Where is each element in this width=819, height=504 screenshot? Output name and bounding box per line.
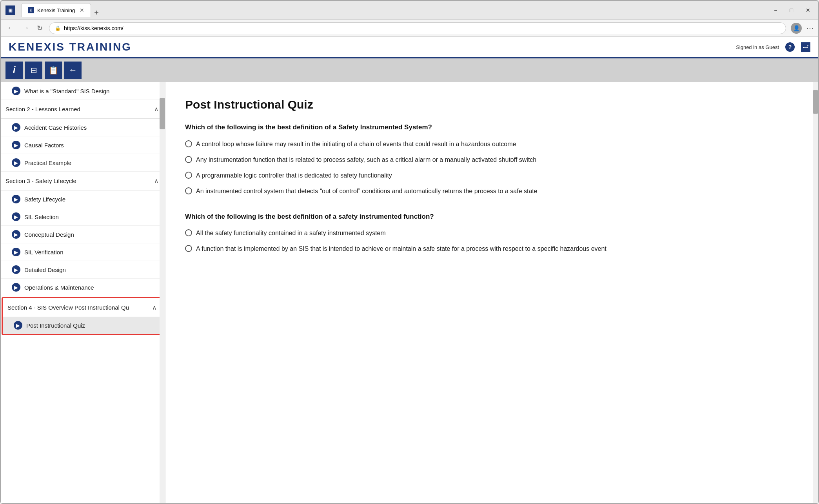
tab-favicon: K [28, 7, 34, 13]
section2-title: Section 2 - Lessons Learned [5, 106, 80, 112]
sidebar-item-causal[interactable]: ▶ Causal Factors [1, 136, 165, 154]
exit-icon[interactable]: ⮐ [801, 42, 810, 52]
browser-window: ▣ K Kenexis Training ✕ + − □ ✕ ← → ↻ 🔒 👤… [0, 0, 819, 504]
item-icon-causal: ▶ [12, 141, 20, 149]
sidebar-item-sil-verification[interactable]: ▶ SIL Verification [1, 243, 165, 261]
app-header: Kenexis Training Signed in as Guest ? ⮐ [1, 37, 818, 58]
answer-option-2-1[interactable]: All the safety functionality contained i… [185, 228, 793, 238]
answer-label-1-1: A control loop whose failure may result … [196, 140, 516, 149]
back-nav-button[interactable]: ← [5, 23, 16, 33]
question-1: Which of the following is the best defin… [185, 122, 793, 196]
answer-label-2-2: A function that is implemented by an SIS… [196, 244, 607, 254]
profile-icon[interactable]: 👤 [791, 23, 802, 34]
minimize-button[interactable]: − [771, 5, 780, 15]
radio-2-2[interactable] [185, 245, 192, 252]
title-bar-controls: − □ ✕ [771, 5, 814, 15]
sidebar: ▶ What is a "Standard" SIS Design Sectio… [1, 82, 165, 503]
help-icon[interactable]: ? [785, 42, 795, 52]
restore-button[interactable]: □ [787, 5, 796, 15]
address-bar: ← → ↻ 🔒 👤 ⋯ [1, 20, 818, 37]
tab-area: K Kenexis Training ✕ + [21, 3, 99, 17]
sidebar-scrollbar-thumb [160, 98, 165, 129]
question-2-text: Which of the following is the best defin… [185, 212, 793, 222]
lock-icon: 🔒 [55, 25, 61, 31]
item-icon-conceptual: ▶ [12, 230, 20, 239]
item-icon-detailed: ▶ [12, 265, 20, 274]
sidebar-item-safety-lifecycle[interactable]: ▶ Safety Lifecycle [1, 190, 165, 208]
radio-1-3[interactable] [185, 172, 192, 179]
sidebar-item-conceptual[interactable]: ▶ Conceptual Design [1, 226, 165, 243]
list-icon: ⊟ [31, 65, 37, 75]
address-input[interactable] [64, 25, 780, 31]
address-bar-input-wrapper[interactable]: 🔒 [49, 22, 786, 34]
item-icon-accident: ▶ [12, 123, 20, 132]
question-1-text: Which of the following is the best defin… [185, 122, 793, 132]
title-bar: ▣ K Kenexis Training ✕ + − □ ✕ [1, 1, 818, 20]
toolbar: i ⊟ 📋 ← [1, 58, 818, 82]
title-bar-left: ▣ K Kenexis Training ✕ + [5, 3, 99, 17]
radio-1-2[interactable] [185, 156, 192, 163]
signed-in-label: Signed in as Guest [736, 44, 779, 50]
item-label-sil: SIL Selection [24, 214, 59, 220]
item-label-ops: Operations & Maintenance [24, 284, 94, 291]
main-area: ▶ What is a "Standard" SIS Design Sectio… [1, 82, 818, 503]
forward-nav-button[interactable]: → [20, 23, 31, 33]
sidebar-item-standard-sis[interactable]: ▶ What is a "Standard" SIS Design [1, 82, 165, 100]
answer-label-1-3: A programmable logic controller that is … [196, 171, 392, 180]
info-icon: i [13, 65, 16, 76]
section3-title: Section 3 - Safety Lifecycle [5, 178, 76, 184]
content-scrollbar-thumb [813, 90, 818, 114]
tab-title: Kenexis Training [37, 7, 75, 13]
content-area: Post Instructional Quiz Which of the fol… [165, 82, 813, 503]
item-label-causal: Causal Factors [24, 142, 64, 149]
answer-label-1-2: Any instrumentation function that is rel… [196, 155, 536, 165]
section4-header[interactable]: Section 4 - SIS Overview Post Instructio… [3, 298, 163, 317]
item-label-practical: Practical Example [24, 160, 71, 166]
radio-2-1[interactable] [185, 229, 192, 236]
header-right: Signed in as Guest ? ⮐ [736, 42, 810, 52]
sidebar-item-practical[interactable]: ▶ Practical Example [1, 154, 165, 172]
new-tab-button[interactable]: + [94, 8, 99, 17]
sidebar-item-accident[interactable]: ▶ Accident Case Histories [1, 119, 165, 136]
sidebar-item-post-quiz[interactable]: ▶ Post Instructional Quiz [3, 317, 163, 334]
clipboard-button[interactable]: 📋 [45, 62, 62, 79]
question-separator [185, 202, 793, 212]
sidebar-item-detailed[interactable]: ▶ Detailed Design [1, 261, 165, 279]
app-logo: Kenexis Training [9, 41, 132, 53]
section3-header[interactable]: Section 3 - Safety Lifecycle ∧ [1, 172, 165, 190]
answer-option-2-2[interactable]: A function that is implemented by an SIS… [185, 244, 793, 254]
browser-tab[interactable]: K Kenexis Training ✕ [21, 3, 91, 17]
item-label-silv: SIL Verification [24, 249, 64, 256]
content-scrollbar[interactable] [813, 82, 818, 503]
sidebar-item-operations[interactable]: ▶ Operations & Maintenance [1, 279, 165, 296]
back-button[interactable]: ← [64, 62, 82, 79]
answer-label-2-1: All the safety functionality contained i… [196, 228, 386, 238]
item-icon-sil: ▶ [12, 212, 20, 221]
tab-close-button[interactable]: ✕ [80, 7, 84, 13]
more-options-button[interactable]: ⋯ [806, 24, 814, 33]
section4-chevron: ∧ [152, 304, 157, 311]
answer-option-1-3[interactable]: A programmable logic controller that is … [185, 171, 793, 180]
item-icon-practical: ▶ [12, 158, 20, 167]
item-label-sl: Safety Lifecycle [24, 196, 65, 203]
answer-option-1-2[interactable]: Any instrumentation function that is rel… [185, 155, 793, 165]
section2-header[interactable]: Section 2 - Lessons Learned ∧ [1, 100, 165, 119]
answer-label-1-4: An instrumented control system that dete… [196, 187, 538, 196]
answer-option-1-1[interactable]: A control loop whose failure may result … [185, 140, 793, 149]
section3-chevron: ∧ [154, 177, 159, 185]
answer-option-1-4[interactable]: An instrumented control system that dete… [185, 187, 793, 196]
sidebar-item-label: What is a "Standard" SIS Design [24, 88, 109, 94]
radio-1-1[interactable] [185, 140, 192, 147]
sidebar-item-sil-selection[interactable]: ▶ SIL Selection [1, 208, 165, 226]
item-icon-sl: ▶ [12, 195, 20, 203]
radio-1-4[interactable] [185, 187, 192, 194]
item-label-accident: Accident Case Histories [24, 124, 87, 131]
list-button[interactable]: ⊟ [25, 62, 42, 79]
item-icon: ▶ [12, 87, 20, 95]
sidebar-scrollbar[interactable] [160, 82, 165, 503]
section4-wrapper: Section 4 - SIS Overview Post Instructio… [2, 297, 164, 335]
reload-button[interactable]: ↻ [35, 23, 44, 33]
section4-title: Section 4 - SIS Overview Post Instructio… [7, 304, 129, 311]
close-button[interactable]: ✕ [803, 5, 814, 15]
info-button[interactable]: i [5, 62, 23, 79]
